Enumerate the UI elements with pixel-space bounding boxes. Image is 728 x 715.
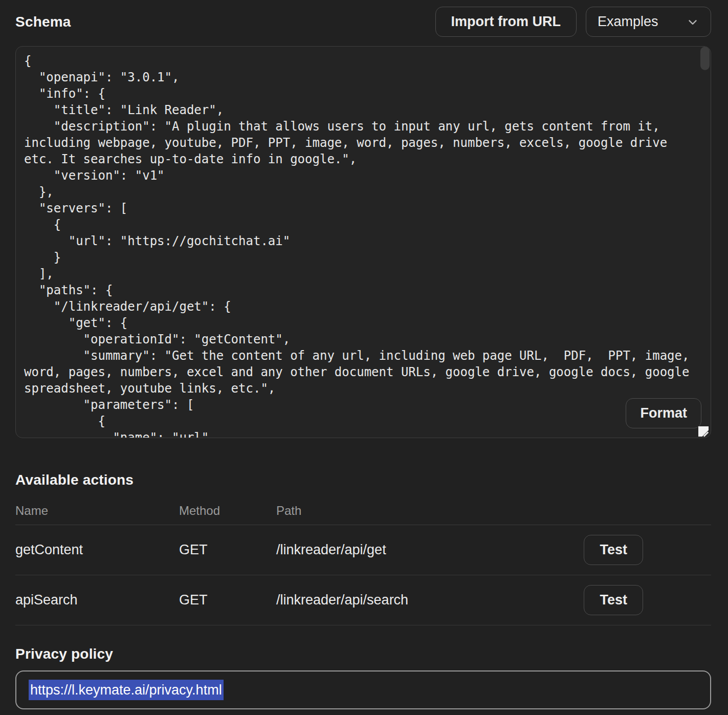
privacy-policy-input[interactable]: https://l.keymate.ai/privacy.html — [15, 670, 711, 709]
schema-header: Schema Import from URL Examples — [15, 7, 711, 37]
test-button-apisearch[interactable]: Test — [584, 585, 643, 615]
schema-title: Schema — [15, 14, 71, 30]
editor-scrollbar-thumb[interactable] — [700, 47, 710, 70]
action-path: /linkreader/api/search — [276, 592, 584, 608]
test-button-getcontent[interactable]: Test — [584, 535, 643, 565]
actions-config-panel: Schema Import from URL Examples { "opena… — [0, 7, 728, 709]
available-actions-table: Name Method Path getContent GET /linkrea… — [15, 504, 711, 625]
examples-dropdown[interactable]: Examples — [586, 7, 711, 37]
import-from-url-button[interactable]: Import from URL — [435, 7, 577, 37]
examples-dropdown-label: Examples — [598, 14, 658, 30]
action-path: /linkreader/api/get — [276, 542, 584, 558]
action-name: apiSearch — [15, 592, 179, 608]
schema-header-buttons: Import from URL Examples — [435, 7, 711, 37]
action-method: GET — [179, 542, 276, 558]
action-name: getContent — [15, 542, 179, 558]
action-method: GET — [179, 592, 276, 608]
actions-table-header: Name Method Path — [15, 504, 711, 525]
table-row: apiSearch GET /linkreader/api/search Tes… — [15, 575, 711, 625]
column-header-name: Name — [15, 504, 179, 518]
schema-editor-container: { "openapi": "3.0.1", "info": { "title":… — [15, 46, 711, 438]
available-actions-title: Available actions — [15, 472, 711, 488]
privacy-policy-url-selected: https://l.keymate.ai/privacy.html — [29, 680, 224, 700]
schema-editor[interactable]: { "openapi": "3.0.1", "info": { "title":… — [16, 47, 699, 438]
privacy-policy-title: Privacy policy — [15, 646, 711, 662]
chevron-down-icon — [686, 15, 699, 29]
table-row: getContent GET /linkreader/api/get Test — [15, 525, 711, 575]
format-button[interactable]: Format — [626, 398, 701, 428]
column-header-path: Path — [276, 504, 711, 518]
column-header-method: Method — [179, 504, 276, 518]
